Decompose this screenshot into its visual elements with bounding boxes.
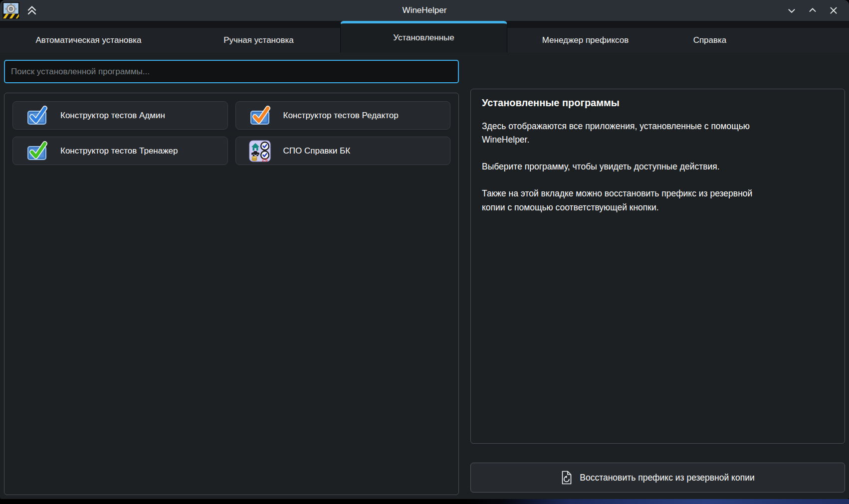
tab-installed[interactable]: Установленные (340, 21, 507, 52)
info-paragraph: Выберите программу, чтобы увидеть доступ… (482, 160, 834, 173)
program-label: СПО Справки БК (283, 146, 351, 156)
restore-prefix-label: Восстановить префикс из резервной копии (580, 473, 754, 483)
info-panel: Установленные программы Здесь отображают… (470, 89, 845, 444)
info-paragraph: Здесь отображаются все приложения, устан… (482, 120, 834, 147)
info-paragraph: Также на этой вкладке можно восстановить… (482, 187, 834, 214)
program-button-bk-spravki[interactable]: 2.5 СПО Справки БК (235, 137, 451, 165)
installed-programs-panel: Конструктор тестов Админ Конструктор тес… (4, 93, 459, 495)
double-chevron-up-icon[interactable] (24, 3, 39, 18)
document-restore-icon (561, 471, 573, 485)
bk-spravki-icon: 2.5 (249, 140, 271, 162)
restore-prefix-button[interactable]: Восстановить префикс из резервной копии (470, 463, 845, 493)
app-icon[interactable] (2, 2, 19, 19)
close-button[interactable] (827, 4, 840, 17)
minimize-button[interactable] (785, 4, 798, 17)
tab-help[interactable]: Справка (663, 28, 756, 52)
tab-bar-filler (756, 28, 849, 52)
checkbox-check-icon (26, 140, 48, 162)
svg-text:2.5: 2.5 (262, 157, 268, 162)
tab-manual-install[interactable]: Ручная установка (177, 28, 340, 52)
info-panel-title: Установленные программы (482, 97, 834, 109)
program-button-editor[interactable]: Конструктор тестов Редактор (235, 101, 451, 130)
checkbox-check-icon (26, 105, 48, 127)
desktop-edge-strip (0, 499, 849, 504)
installed-tab-page: Конструктор тестов Админ Конструктор тес… (0, 52, 849, 499)
program-label: Конструктор тестов Админ (60, 111, 165, 121)
program-button-admin[interactable]: Конструктор тестов Админ (12, 101, 228, 130)
window-title: WineHelper (0, 5, 849, 15)
app-window: WineHelper Автоматическая установка Ручн… (0, 0, 849, 499)
program-label: Конструктор тестов Редактор (283, 111, 399, 121)
tab-prefix-manager[interactable]: Менеджер префиксов (507, 28, 663, 52)
program-label: Конструктор тестов Тренажер (60, 146, 178, 156)
maximize-button[interactable] (806, 4, 819, 17)
tab-auto-install[interactable]: Автоматическая установка (0, 28, 177, 52)
program-button-trainer[interactable]: Конструктор тестов Тренажер (12, 137, 228, 165)
tab-bar: Автоматическая установка Ручная установк… (0, 21, 849, 52)
checkbox-check-icon (249, 105, 271, 127)
search-input[interactable] (4, 60, 459, 83)
titlebar[interactable]: WineHelper (0, 0, 849, 21)
